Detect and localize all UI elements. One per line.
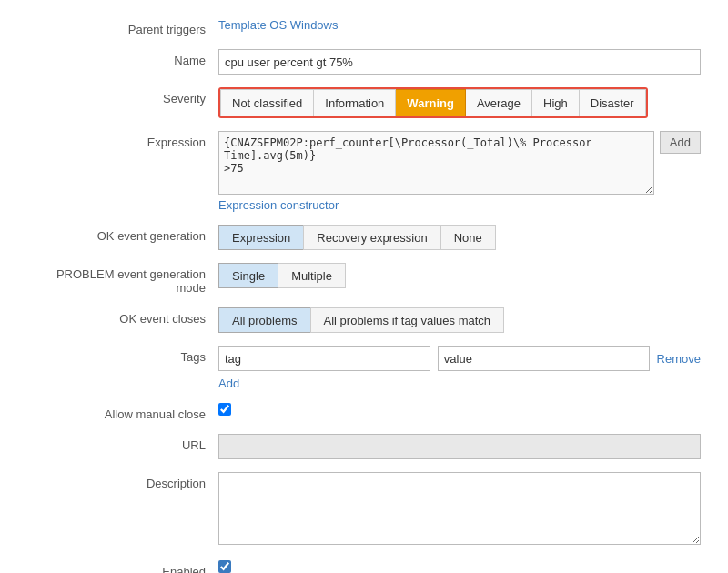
expression-constructor-link[interactable]: Expression constructor: [218, 198, 701, 212]
tags-add-wrapper: Add: [218, 377, 701, 390]
allow-manual-close-control: [218, 403, 701, 416]
tag-remove-link[interactable]: Remove: [657, 352, 701, 366]
description-label: Description: [27, 472, 218, 490]
severity-warning[interactable]: Warning: [396, 89, 466, 116]
severity-control: Not classified Information Warning Avera…: [218, 87, 701, 118]
severity-average[interactable]: Average: [466, 89, 532, 116]
url-label: URL: [27, 434, 218, 452]
name-row: Name: [27, 49, 701, 75]
severity-high[interactable]: High: [532, 89, 580, 116]
severity-disaster[interactable]: Disaster: [580, 89, 646, 116]
url-control: [218, 434, 701, 459]
ok-event-expression-btn[interactable]: Expression: [218, 225, 303, 250]
url-row: URL: [27, 434, 701, 459]
problem-event-gen-label: PROBLEM event generation mode: [27, 263, 218, 295]
tags-add-link[interactable]: Add: [218, 377, 239, 390]
allow-manual-close-checkbox[interactable]: [218, 403, 231, 416]
severity-label: Severity: [27, 87, 218, 106]
ok-event-gen-control: Expression Recovery expression None: [218, 225, 701, 250]
description-textarea[interactable]: [218, 472, 701, 545]
ok-event-closes-label: OK event closes: [27, 307, 218, 326]
allow-manual-close-label: Allow manual close: [27, 403, 218, 421]
enabled-row: Enabled: [27, 560, 701, 573]
parent-triggers-link[interactable]: Template OS Windows: [218, 18, 339, 32]
ok-event-closes-control: All problems All problems if tag values …: [218, 307, 701, 333]
tags-wrapper: Remove Add: [218, 346, 701, 390]
severity-group: Not classified Information Warning Avera…: [218, 87, 648, 118]
enabled-control: [218, 560, 701, 573]
severity-information[interactable]: Information: [314, 89, 396, 116]
ok-event-closes-group: All problems All problems if tag values …: [218, 307, 701, 333]
name-label: Name: [27, 49, 218, 67]
name-control: [218, 49, 701, 75]
expression-wrapper: {CNAZSEPM02P:perf_counter[\Processor(_To…: [218, 131, 701, 195]
severity-row: Severity Not classified Information Warn…: [27, 87, 701, 118]
expression-row: Expression {CNAZSEPM02P:perf_counter[\Pr…: [27, 131, 701, 212]
tags-control: Remove Add: [218, 346, 701, 390]
enabled-label: Enabled: [27, 560, 218, 573]
url-input[interactable]: [218, 434, 701, 459]
ok-event-gen-group: Expression Recovery expression None: [218, 225, 701, 250]
enabled-checkbox[interactable]: [218, 560, 231, 573]
tag-input[interactable]: [218, 346, 430, 371]
expression-label: Expression: [27, 131, 218, 149]
ok-event-recovery-btn[interactable]: Recovery expression: [303, 225, 440, 250]
name-input[interactable]: [218, 49, 701, 75]
expression-control: {CNAZSEPM02P:perf_counter[\Processor(_To…: [218, 131, 701, 212]
tags-label: Tags: [27, 346, 218, 364]
ok-event-gen-label: OK event generation: [27, 225, 218, 243]
description-row: Description: [27, 472, 701, 548]
severity-not-classified[interactable]: Not classified: [220, 89, 314, 116]
expression-add-button[interactable]: Add: [660, 131, 701, 154]
ok-closes-all-btn[interactable]: All problems: [218, 307, 310, 333]
ok-event-gen-row: OK event generation Expression Recovery …: [27, 225, 701, 250]
expression-textarea[interactable]: {CNAZSEPM02P:perf_counter[\Processor(_To…: [218, 131, 654, 195]
allow-manual-close-row: Allow manual close: [27, 403, 701, 421]
ok-event-none-btn[interactable]: None: [440, 225, 496, 250]
parent-triggers-value: Template OS Windows: [218, 18, 701, 32]
form-container: Parent triggers Template OS Windows Name…: [0, 0, 728, 573]
parent-triggers-row: Parent triggers Template OS Windows: [27, 18, 701, 36]
tag-value-input[interactable]: [438, 346, 650, 371]
problem-event-multiple-btn[interactable]: Multiple: [278, 263, 346, 288]
ok-closes-tag-btn[interactable]: All problems if tag values match: [310, 307, 505, 333]
problem-event-gen-control: Single Multiple: [218, 263, 701, 288]
tags-row: Tags Remove Add: [27, 346, 701, 390]
problem-event-single-btn[interactable]: Single: [218, 263, 278, 288]
ok-event-closes-row: OK event closes All problems All problem…: [27, 307, 701, 333]
description-control: [218, 472, 701, 548]
parent-triggers-label: Parent triggers: [27, 18, 218, 36]
problem-event-gen-row: PROBLEM event generation mode Single Mul…: [27, 263, 701, 295]
allow-manual-close-wrapper: [218, 403, 701, 416]
problem-event-gen-group: Single Multiple: [218, 263, 701, 288]
tag-row: Remove: [218, 346, 701, 371]
